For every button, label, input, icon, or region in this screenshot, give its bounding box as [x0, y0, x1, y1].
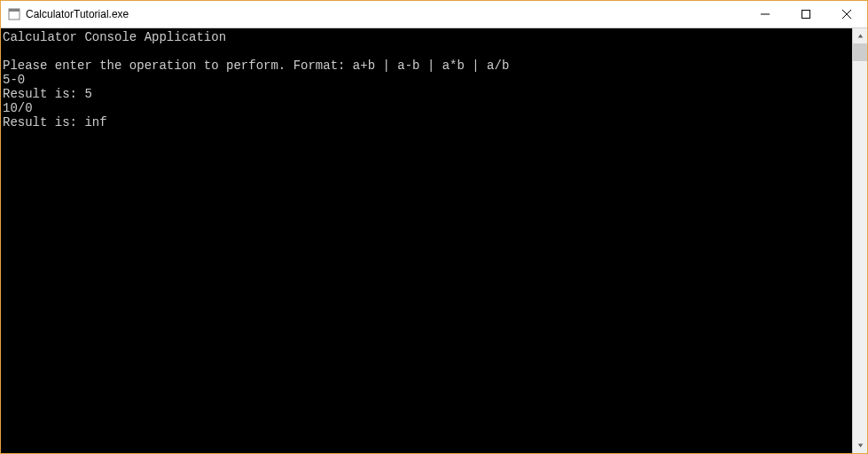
- svg-rect-3: [802, 11, 810, 19]
- svg-rect-1: [9, 9, 20, 12]
- vertical-scrollbar[interactable]: [852, 28, 867, 453]
- maximize-icon: [802, 10, 810, 19]
- svg-marker-7: [857, 443, 863, 447]
- titlebar[interactable]: CalculatorTutorial.exe: [1, 1, 867, 27]
- minimize-button[interactable]: [745, 1, 786, 27]
- maximize-button[interactable]: [786, 1, 826, 27]
- console-area: Calculator Console Application Please en…: [1, 27, 867, 453]
- close-icon: [842, 10, 851, 19]
- scrollbar-thumb[interactable]: [853, 43, 867, 61]
- scroll-up-button[interactable]: [853, 28, 867, 43]
- window-title: CalculatorTutorial.exe: [26, 8, 129, 20]
- close-button[interactable]: [826, 1, 867, 27]
- app-icon: [8, 8, 20, 20]
- minimize-icon: [761, 10, 770, 19]
- scroll-down-button[interactable]: [853, 438, 867, 453]
- application-window: CalculatorTutorial.exe Calculator C: [0, 0, 868, 454]
- window-controls: [745, 1, 867, 27]
- scrollbar-track[interactable]: [853, 43, 867, 438]
- svg-marker-6: [857, 34, 863, 37]
- console-output[interactable]: Calculator Console Application Please en…: [1, 28, 852, 453]
- chevron-down-icon: [857, 442, 864, 449]
- chevron-up-icon: [857, 33, 864, 39]
